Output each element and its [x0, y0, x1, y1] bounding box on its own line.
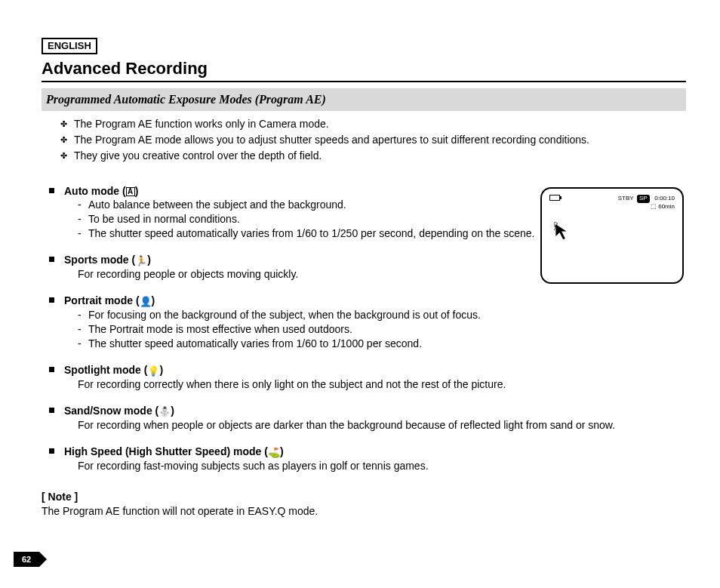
portrait-icon: 👤 [140, 296, 152, 307]
screen-stby: STBY [618, 195, 634, 202]
spotlight-icon: 💡 [147, 365, 159, 376]
auto-icon: A [126, 187, 135, 196]
note-block: [ Note ] The Program AE function will no… [42, 490, 686, 519]
mode-high-speed: High Speed (High Shutter Speed) mode (⛳)… [49, 445, 686, 473]
page-number: 62 [14, 552, 39, 567]
mode-spotlight: Spotlight mode (💡) For recording correct… [49, 363, 686, 392]
screen-time: 0:00:10 [654, 195, 675, 202]
note-label: [ Note ] [42, 490, 686, 504]
intro-item: The Program AE function works only in Ca… [60, 117, 686, 131]
mode-sand-snow-desc: For recording when people or objects are… [64, 418, 686, 433]
battery-icon [549, 195, 560, 201]
mode-portrait: Portrait mode (👤) For focusing on the ba… [49, 294, 686, 351]
mode-high-speed-desc: For recording fast-moving subjects such … [64, 459, 686, 473]
tape-icon: ⬚ [651, 203, 657, 211]
mode-auto-item: To be used in normal conditions. [78, 212, 555, 226]
cursor-icon [554, 222, 571, 244]
language-tag: ENGLISH [42, 38, 97, 54]
sports-icon: 🏃 [135, 255, 147, 266]
mode-auto-title: Auto mode (A) [64, 185, 138, 197]
mode-portrait-item: The Portrait mode is most effective when… [78, 322, 686, 337]
mode-auto-item: Auto balance between the subject and the… [78, 198, 555, 212]
high-speed-icon: ⛳ [268, 446, 280, 457]
mode-auto-item: The shutter speed automatically varies f… [78, 226, 555, 241]
mode-sand-snow: Sand/Snow mode (⛄) For recording when pe… [49, 404, 686, 433]
section-heading: Programmed Automatic Exposure Modes (Pro… [42, 88, 686, 111]
intro-list: The Program AE function works only in Ca… [42, 117, 686, 163]
screen-remain: 60min [658, 203, 675, 210]
mode-portrait-item: The shutter speed automatically varies f… [78, 337, 686, 351]
sand-snow-icon: ⛄ [158, 405, 171, 417]
note-text: The Program AE function will not operate… [42, 504, 686, 519]
intro-item: They give you creative control over the … [60, 149, 686, 163]
page-title: Advanced Recording [42, 57, 686, 83]
mode-spotlight-desc: For recording correctly when there is on… [64, 377, 686, 392]
camera-screen: STBY SP 0:00:10 ⬚60min [540, 187, 684, 284]
mode-portrait-item: For focusing on the background of the su… [78, 308, 686, 322]
screen-sp: SP [637, 195, 650, 203]
intro-item: The Program AE mode allows you to adjust… [60, 133, 686, 147]
